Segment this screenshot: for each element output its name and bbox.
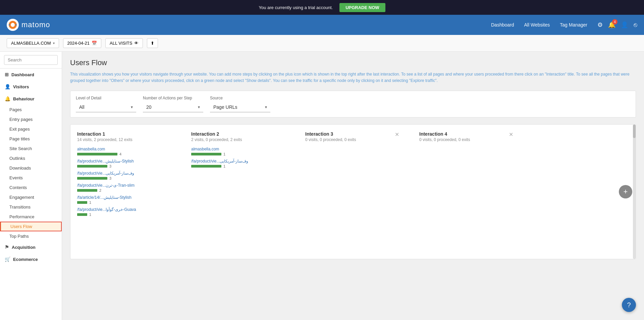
person-icon: 👤 (5, 84, 10, 89)
interaction-title-1[interactable]: Interaction 1 (77, 131, 132, 137)
node-bar-1-5 (77, 201, 87, 204)
filter-actions-arrow: ▾ (198, 105, 200, 109)
sidebar-item-page-titles[interactable]: Page titles (0, 134, 62, 144)
node-bar-row-1-6: 1 (77, 213, 171, 217)
node-label-1-4[interactable]: /fa/product/vie...ی-ترن-Tran-slim (77, 182, 171, 188)
logo-text: matomo (21, 20, 50, 29)
sidebar-section-dashboard[interactable]: ⊞ Dashboard (0, 68, 62, 81)
toolbar: ALMASBELLA.COM ▾ 2024-04-21 📅 ALL VISITS… (0, 35, 644, 52)
app-header: matomo Dashboard All Websites Tag Manage… (0, 15, 644, 35)
upgrade-button[interactable]: UPGRADE NOW (339, 3, 385, 12)
help-button[interactable]: ? (622, 298, 636, 312)
website-dropdown-arrow: ▾ (53, 41, 55, 45)
sidebar-section-visitors[interactable]: 👤 Visitors (0, 81, 62, 93)
node-bar-2-2 (191, 165, 221, 168)
node-label-2-2[interactable]: /fa/product/vie...وف‌ساز-آمریکایی (191, 158, 285, 164)
flow-scrollbar[interactable] (633, 125, 636, 259)
node-label-1-6[interactable]: /fa/product/vie...خری-گوآوا-Guava (77, 207, 171, 213)
logout-icon[interactable]: ⎋ (634, 21, 637, 29)
notifications-icon[interactable]: 🔔 4 (608, 21, 615, 29)
date-selector[interactable]: 2024-04-21 📅 (63, 38, 102, 48)
sidebar-section-acquisition[interactable]: ⚑ Acquisition (0, 241, 62, 253)
node-label-1-2[interactable]: /fa/product/vie...ستایلیش-Stylish (77, 158, 171, 164)
segment-selector[interactable]: ALL VISITS 👁 (105, 38, 143, 48)
node-label-2-1[interactable]: almasbella.com (191, 146, 285, 152)
trial-banner: You are currently using a trial account.… (0, 0, 644, 15)
filter-actions-per-step: Number of Actions per Step 20 ▾ (143, 96, 203, 112)
node-bar-1-3 (77, 177, 107, 180)
filter-source-value: Page URLs (213, 104, 237, 110)
list-item: almasbella.com4 (77, 146, 171, 156)
list-item: /fa/product/vie...خری-گوآوا-Guava1 (77, 207, 171, 217)
nav-all-websites[interactable]: All Websites (524, 22, 550, 28)
filter-source-arrow: ▾ (265, 105, 267, 109)
date-value: 2024-04-21 (67, 41, 90, 46)
interaction-title-3[interactable]: Interaction 3 (305, 131, 356, 137)
node-bar-row-1-3: 3 (77, 176, 171, 180)
sidebar-section-behaviour[interactable]: 🔔 Behaviour (0, 93, 62, 105)
add-interaction-button[interactable]: + (619, 185, 632, 198)
interaction-close-4[interactable]: ✕ (509, 131, 513, 138)
sidebar-item-transitions[interactable]: Transitions (0, 202, 62, 212)
interaction-header-3: Interaction 30 visits, 0 proceeded, 0 ex… (305, 131, 399, 142)
main-content: Users Flow This visualization shows you … (62, 52, 644, 320)
node-bar-1-4 (77, 189, 97, 192)
grid-icon: ⊞ (5, 72, 9, 77)
sidebar-item-engagement[interactable]: Engagement (0, 192, 62, 202)
logo[interactable]: matomo (7, 19, 50, 31)
main-layout: ⊞ Dashboard 👤 Visitors 🔔 Behaviour Pages… (0, 52, 644, 320)
filter-level-label: Level of Detail (76, 96, 136, 100)
filter-actions-label: Number of Actions per Step (143, 96, 203, 100)
svg-rect-3 (9, 24, 10, 26)
filter-actions-value: 20 (146, 104, 152, 110)
interaction-title-2[interactable]: Interaction 2 (191, 131, 242, 137)
node-count-1-2: 3 (109, 164, 111, 168)
node-label-1-3[interactable]: /fa/product/vie...وف‌ساز-آمریکایی (77, 170, 171, 176)
filter-level-select[interactable]: All ▾ (76, 102, 136, 112)
interaction-close-3[interactable]: ✕ (395, 131, 399, 138)
sidebar-item-outlinks[interactable]: Outlinks (0, 153, 62, 163)
sidebar-section-visitors-label: Visitors (13, 84, 29, 89)
nav-dashboard[interactable]: Dashboard (491, 22, 514, 28)
sidebar-item-users-flow[interactable]: Users Flow (0, 222, 62, 231)
filter-source: Source Page URLs ▾ (210, 96, 270, 112)
sidebar-item-top-paths[interactable]: Top Paths (0, 231, 62, 241)
filter-level-value: All (79, 104, 85, 110)
page-description: This visualization shows you how your vi… (70, 71, 636, 84)
filter-source-select[interactable]: Page URLs ▾ (210, 102, 270, 112)
interaction-title-4[interactable]: Interaction 4 (419, 131, 470, 137)
node-label-1-5[interactable]: /fa/article/14/...ستایلیش-Stylish (77, 194, 171, 200)
list-item: /fa/product/vie...وف‌ساز-آمریکایی3 (77, 170, 171, 180)
sidebar-section-acquisition-label: Acquisition (12, 245, 36, 250)
sidebar-section-ecommerce[interactable]: 🛒 Ecommerce (0, 253, 62, 265)
sidebar-item-performance[interactable]: Performance (0, 212, 62, 222)
list-item: /fa/article/14/...ستایلیش-Stylish1 (77, 194, 171, 204)
settings-icon[interactable]: ⚙ (597, 21, 603, 29)
node-label-1-1[interactable]: almasbella.com (77, 146, 171, 152)
search-input[interactable] (4, 55, 58, 65)
interaction-col-1: Interaction 114 visits, 2 proceeded, 12 … (77, 131, 171, 252)
collapse-button[interactable]: ⬆ (147, 38, 158, 48)
filter-level-of-detail: Level of Detail All ▾ (76, 96, 136, 112)
sidebar-item-pages[interactable]: Pages (0, 105, 62, 115)
filter-source-label: Source (210, 96, 270, 100)
sidebar-section-behaviour-label: Behaviour (13, 96, 35, 101)
nav-tag-manager[interactable]: Tag Manager (560, 22, 587, 28)
sidebar-item-events[interactable]: Events (0, 173, 62, 183)
node-count-1-1: 4 (119, 152, 121, 156)
user-icon[interactable]: 👤 (621, 21, 628, 29)
sidebar-item-entry-pages[interactable]: Entry pages (0, 115, 62, 124)
sidebar-item-exit-pages[interactable]: Exit pages (0, 124, 62, 134)
sidebar-item-downloads[interactable]: Downloads (0, 163, 62, 173)
interaction-col-2: Interaction 22 visits, 0 proceeded, 2 ex… (191, 131, 285, 252)
interaction-stats-4: 0 visits, 0 proceeded, 0 exits (419, 137, 470, 142)
flag-icon: ⚑ (5, 244, 9, 250)
sidebar-item-contents[interactable]: Contents (0, 183, 62, 192)
sidebar-item-site-search[interactable]: Site Search (0, 144, 62, 153)
banner-message: You are currently using a trial account. (259, 5, 333, 10)
page-title: Users Flow (70, 58, 636, 67)
sidebar-section-dashboard-label: Dashboard (11, 72, 34, 77)
interaction-stats-1: 14 visits, 2 proceeded, 12 exits (77, 137, 132, 142)
website-selector[interactable]: ALMASBELLA.COM ▾ (7, 38, 59, 48)
filter-actions-select[interactable]: 20 ▾ (143, 102, 203, 112)
